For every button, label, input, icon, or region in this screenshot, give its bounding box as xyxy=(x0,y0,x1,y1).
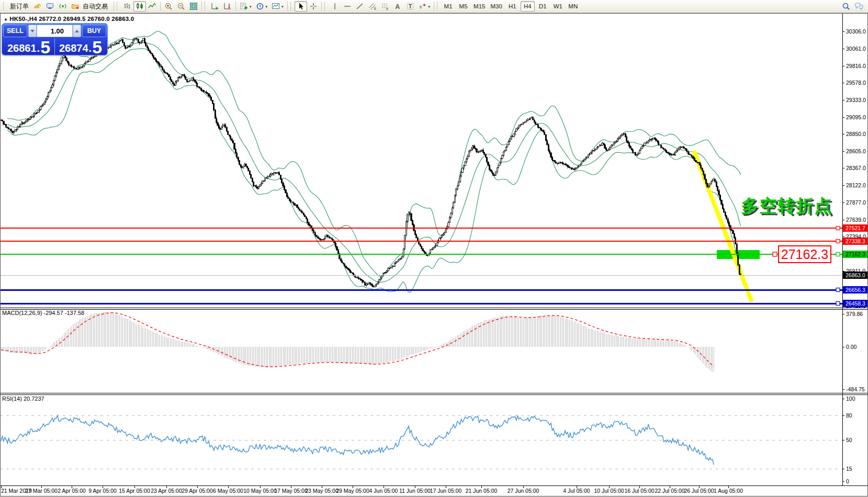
turning-point-annotation[interactable]: 多空转折点 xyxy=(741,194,832,218)
svg-text:26863.0: 26863.0 xyxy=(846,272,865,278)
date-tick-label: 27 Mar 05:00 xyxy=(25,488,58,494)
main-toolbar: 新订单 自动交易 ▾ ▾ ▾ E F A T ▾ M1M5M15M30H1H4D… xyxy=(0,0,868,13)
auto-scroll-icon[interactable] xyxy=(209,1,221,12)
svg-text:A: A xyxy=(395,3,400,10)
indicators-button[interactable]: ▾ xyxy=(238,1,254,12)
vertical-line-tool[interactable] xyxy=(329,1,341,12)
timeframe-d1-button[interactable]: D1 xyxy=(536,1,550,12)
timeframe-w1-button[interactable]: W1 xyxy=(551,1,565,12)
chart-canvas[interactable]: 30306.030061.029816.029578.029333.029095… xyxy=(0,0,868,497)
buy-price-big-digit: 5 xyxy=(92,40,102,54)
trendline-tool[interactable] xyxy=(354,1,366,12)
axis-tick-label: 50 xyxy=(846,437,852,443)
equidistant-channel-tool[interactable]: E xyxy=(366,1,379,12)
date-tick-label: 6 May 05:00 xyxy=(213,488,243,494)
chart-shift-icon[interactable] xyxy=(221,1,234,12)
axis-tick-label: 29095.0 xyxy=(846,114,866,120)
price-box-anchor-square[interactable] xyxy=(773,252,777,256)
chat-icon[interactable] xyxy=(852,1,866,12)
date-tick-label: 2 Apr 05:00 xyxy=(58,488,86,494)
periods-button[interactable]: ▾ xyxy=(254,1,270,12)
timeframe-m30-button[interactable]: M30 xyxy=(488,1,504,12)
new-order-button[interactable]: 新订单 xyxy=(7,1,31,12)
timeframe-m15-button[interactable]: M15 xyxy=(471,1,487,12)
price-level-callout[interactable]: 27162.3 xyxy=(778,245,831,263)
timeframe-group: M1M5M15M30H1H4D1W1MN xyxy=(441,1,580,12)
svg-text:27521.7: 27521.7 xyxy=(846,225,865,231)
level-anchor-square[interactable] xyxy=(836,253,840,256)
svg-text:E: E xyxy=(374,7,377,10)
gold-icon[interactable] xyxy=(31,1,44,12)
buy-button[interactable]: BUY xyxy=(82,25,106,37)
date-tick-label: 17 May 05:00 xyxy=(274,488,308,494)
horizontal-line-tool[interactable] xyxy=(341,1,354,12)
date-tick-label: 9 Apr 05:00 xyxy=(88,488,117,494)
search-icon[interactable] xyxy=(840,1,852,12)
templates-button[interactable]: ▾ xyxy=(269,1,286,12)
level-anchor-square[interactable] xyxy=(836,240,840,243)
arrows-tool-button[interactable]: ▾ xyxy=(416,1,433,12)
volume-up-button[interactable] xyxy=(73,25,81,37)
sell-button[interactable]: SELL xyxy=(3,25,27,37)
text-tool[interactable]: A xyxy=(391,1,404,12)
terminal-icon[interactable] xyxy=(44,1,57,12)
date-tick-label: 10 May 05:00 xyxy=(243,488,277,494)
zoom-in-icon[interactable] xyxy=(162,1,175,12)
toolbar-grip[interactable] xyxy=(437,2,439,10)
toolbar-grip[interactable] xyxy=(117,2,119,10)
volume-down-button[interactable] xyxy=(28,25,37,37)
timeframe-m5-button[interactable]: M5 xyxy=(456,1,470,12)
toolbar-grip[interactable] xyxy=(290,2,292,10)
cursor-tool-button[interactable] xyxy=(295,1,307,12)
axis-tick-label: 27877.0 xyxy=(846,199,866,206)
axis-tick-label: 29333.0 xyxy=(846,97,866,103)
text-label-tool[interactable]: T xyxy=(404,1,416,12)
toolbar-grip[interactable] xyxy=(3,2,5,10)
level-anchor-square[interactable] xyxy=(836,302,840,306)
svg-text:27162.3: 27162.3 xyxy=(846,251,865,257)
collapse-arrow-icon[interactable]: ▲ xyxy=(4,17,8,21)
separator xyxy=(434,2,434,11)
signal-icon[interactable] xyxy=(57,1,69,12)
timeframe-h4-button[interactable]: H4 xyxy=(521,1,535,12)
date-tick-label: 29 May 05:00 xyxy=(336,488,369,494)
chevron-down-icon: ▾ xyxy=(250,5,252,8)
buy-price[interactable]: 26874.5 xyxy=(55,38,106,55)
fibonacci-tool[interactable]: F xyxy=(379,1,391,12)
axis-tick-label: 0.00 xyxy=(846,344,857,350)
timeframe-mn-button[interactable]: MN xyxy=(566,1,580,12)
timeframe-m1-button[interactable]: M1 xyxy=(441,1,455,12)
zoom-out-icon[interactable] xyxy=(175,1,187,12)
level-anchor-square[interactable] xyxy=(836,288,840,292)
auto-trading-button[interactable]: 自动交易 xyxy=(69,1,112,12)
axis-tick-label: 379.86 xyxy=(846,311,863,317)
svg-text:26656.3: 26656.3 xyxy=(846,287,865,293)
sell-price-main: 26861 xyxy=(7,42,37,54)
axis-tick-label: 28122.0 xyxy=(846,182,866,188)
sell-price[interactable]: 26861.5 xyxy=(3,38,55,55)
chevron-down-icon: ▾ xyxy=(266,5,268,8)
timeframe-h1-button[interactable]: H1 xyxy=(505,1,520,12)
svg-text:26458.3: 26458.3 xyxy=(846,300,865,307)
axis-tick-label: 30061.0 xyxy=(846,46,866,52)
line-chart-mode-button[interactable] xyxy=(146,1,159,12)
axis-tick-label: 80 xyxy=(846,412,852,419)
toolbar-grip[interactable] xyxy=(205,2,207,10)
date-tick-label: 15 Apr 05:00 xyxy=(119,488,150,494)
toolbar-grip[interactable] xyxy=(324,2,326,10)
date-tick-label: 17 Jun 05:00 xyxy=(430,488,462,494)
volume-value[interactable]: 1.00 xyxy=(37,25,73,37)
triangle-down-icon xyxy=(30,30,35,32)
crosshair-tool-button[interactable] xyxy=(307,1,320,12)
axis-tick-label: 15 xyxy=(846,466,852,472)
separator xyxy=(114,2,114,11)
axis-tick-label: 28605.0 xyxy=(846,148,866,154)
candlestick-mode-button[interactable] xyxy=(133,1,146,12)
date-tick-label: 11 Jun 05:00 xyxy=(399,488,431,494)
svg-text:27338.3: 27338.3 xyxy=(846,238,865,244)
bar-chart-mode-button[interactable] xyxy=(121,1,133,12)
buy-price-dot: . xyxy=(89,42,92,54)
level-anchor-square[interactable] xyxy=(836,227,840,230)
chart-title: ▲HK50-,H4 26772.0 26949.5 26760.0 26863.… xyxy=(4,16,134,22)
tile-windows-icon[interactable] xyxy=(187,1,200,12)
